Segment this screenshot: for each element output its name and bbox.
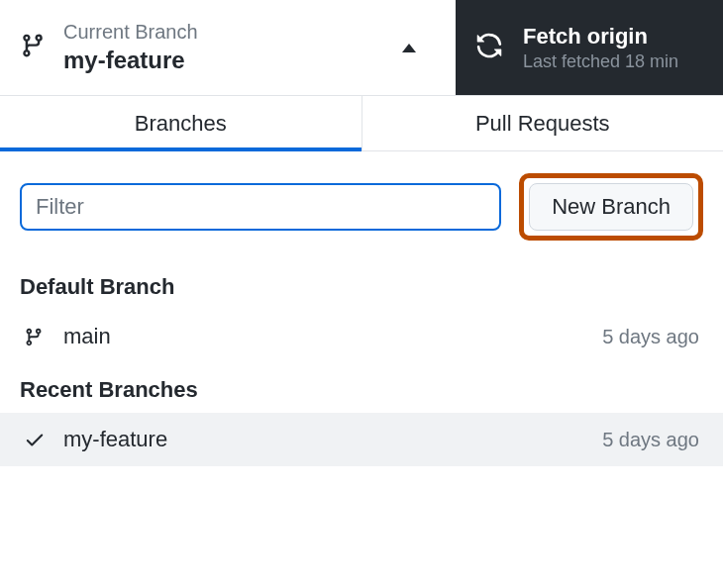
branch-time: 5 days ago [602, 326, 699, 348]
filter-input[interactable] [20, 183, 501, 231]
current-branch-label: Current Branch [63, 21, 402, 44]
fetch-title: Fetch origin [523, 24, 678, 49]
branch-selector[interactable]: Current Branch my-feature [0, 0, 456, 95]
tab-branches[interactable]: Branches [0, 96, 362, 150]
tab-pull-requests[interactable]: Pull Requests [362, 96, 724, 150]
branch-name: main [63, 324, 602, 349]
toolbar: New Branch [0, 151, 723, 260]
recent-branches-header: Recent Branches [0, 363, 723, 413]
fetch-info: Fetch origin Last fetched 18 min [523, 24, 678, 72]
fetch-subtitle: Last fetched 18 min [523, 51, 678, 72]
git-branch-icon [24, 326, 52, 348]
tabs: Branches Pull Requests [0, 96, 723, 151]
sync-icon [475, 32, 503, 63]
git-branch-icon [20, 31, 46, 64]
fetch-origin-button[interactable]: Fetch origin Last fetched 18 min [456, 0, 723, 95]
branch-time: 5 days ago [602, 429, 699, 451]
chevron-up-icon [402, 39, 416, 56]
check-icon [24, 429, 52, 450]
branch-name: my-feature [63, 427, 602, 452]
current-branch-name: my-feature [63, 47, 402, 74]
new-branch-button[interactable]: New Branch [529, 183, 693, 231]
branch-item-default[interactable]: main 5 days ago [0, 310, 723, 363]
new-branch-highlight: New Branch [519, 173, 703, 241]
default-branch-header: Default Branch [0, 260, 723, 310]
branch-item-recent[interactable]: my-feature 5 days ago [0, 413, 723, 466]
branch-info: Current Branch my-feature [63, 21, 402, 74]
